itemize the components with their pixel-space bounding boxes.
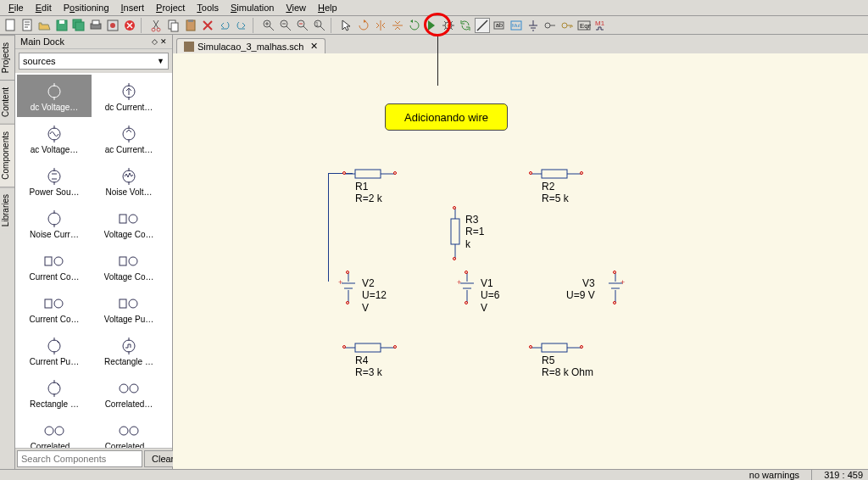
schematic-canvas[interactable]: Adicionando wire R1R=2 k R2R=5 k R xyxy=(173,53,868,469)
comp-dc-voltage[interactable]: dc Voltage… xyxy=(17,75,92,117)
equation-icon[interactable]: Eqn xyxy=(576,18,592,33)
comp-voltage-controlled[interactable]: Voltage Co… xyxy=(92,202,166,244)
resistor-r3[interactable]: R3R=1 k xyxy=(448,209,462,260)
category-label: sources xyxy=(23,56,56,66)
comp-ac-current[interactable]: ac Current… xyxy=(92,117,166,159)
comp-current-controlled-2[interactable]: Current Co… xyxy=(17,287,92,329)
cursor-icon[interactable] xyxy=(339,18,354,33)
tab-content[interactable]: Content xyxy=(0,80,14,124)
svg-rect-44 xyxy=(120,257,126,265)
menu-help[interactable]: Help xyxy=(313,2,342,14)
mirror-x-icon[interactable] xyxy=(373,18,388,33)
comp-rectangle-2[interactable]: Rectangle … xyxy=(17,371,92,414)
menu-simulation[interactable]: Simulation xyxy=(225,2,279,14)
export-icon[interactable] xyxy=(105,18,120,33)
comp-rectangle[interactable]: Rectangle … xyxy=(92,329,166,371)
zoom-reset-icon[interactable]: 1 xyxy=(312,18,327,33)
menu-project[interactable]: Project xyxy=(151,2,190,14)
tab-bar: Simulacao_3_malhas.sch ✕ xyxy=(173,35,868,53)
menu-insert[interactable]: Insert xyxy=(116,2,150,14)
zoom-in-icon[interactable] xyxy=(261,18,276,33)
separator xyxy=(811,470,812,480)
port-icon[interactable] xyxy=(542,18,558,33)
redo-icon[interactable] xyxy=(234,18,249,33)
print-icon[interactable] xyxy=(88,18,103,33)
pulse-icon[interactable]: M1 xyxy=(593,18,609,33)
cut-icon[interactable] xyxy=(149,18,164,33)
comp-noise-current[interactable]: Noise Curr… xyxy=(17,202,92,244)
comp-correlated-3[interactable]: Correlated… xyxy=(92,414,166,448)
copy-icon[interactable] xyxy=(166,18,181,33)
key-icon[interactable] xyxy=(559,18,575,33)
comp-noise-voltage[interactable]: Noise Volt… xyxy=(92,159,166,202)
rotate-icon[interactable] xyxy=(356,18,371,33)
save-icon[interactable] xyxy=(54,18,70,33)
comp-ac-voltage[interactable]: ac Voltage… xyxy=(17,117,92,159)
menu-tools[interactable]: Tools xyxy=(192,2,224,14)
close-icon[interactable] xyxy=(122,18,137,33)
label-icon[interactable]: ab xyxy=(492,18,507,33)
svg-point-55 xyxy=(45,427,53,435)
file-tab[interactable]: Simulacao_3_malhas.sch ✕ xyxy=(176,38,326,53)
comp-correlated[interactable]: Correlated… xyxy=(92,371,166,414)
search-input[interactable] xyxy=(17,450,142,467)
tab-components[interactable]: Components xyxy=(0,124,14,187)
delete-icon[interactable] xyxy=(200,18,215,33)
source-v2[interactable]: + V2U=12 V xyxy=(338,273,359,307)
tab-libraries[interactable]: Libraries xyxy=(0,187,14,233)
zoom-fit-icon[interactable] xyxy=(295,18,310,33)
svg-point-51 xyxy=(123,340,135,352)
tab-close-icon[interactable]: ✕ xyxy=(310,41,318,52)
source-v1[interactable]: + V1U=6 V xyxy=(457,273,477,307)
resistor-r5[interactable]: R5R=8 k Ohm xyxy=(531,341,593,379)
wire-segment[interactable] xyxy=(328,173,329,282)
menu-view[interactable]: View xyxy=(281,2,311,14)
mirror-y-icon[interactable] xyxy=(390,18,405,33)
menu-positioning[interactable]: Positioning xyxy=(58,2,114,14)
paste-icon[interactable] xyxy=(183,18,198,33)
resistor-r2[interactable]: R2R=5 k xyxy=(531,167,582,205)
comp-dc-current[interactable]: dc Current… xyxy=(92,75,166,117)
gear-icon[interactable] xyxy=(441,18,456,33)
svg-point-9 xyxy=(110,23,115,28)
comp-current-controlled[interactable]: Current Co… xyxy=(17,244,92,287)
text-tool-icon[interactable]: Mul xyxy=(509,18,524,33)
svg-point-39 xyxy=(48,213,60,225)
next-icon[interactable] xyxy=(424,18,439,33)
menu-file[interactable]: File xyxy=(3,2,29,14)
new-file-icon[interactable] xyxy=(3,18,19,33)
comp-voltage-controlled-2[interactable]: Voltage Co… xyxy=(92,244,166,287)
menu-edit[interactable]: Edit xyxy=(31,2,57,14)
dock-title-bar: Main Dock ◇ ✕ xyxy=(15,35,172,49)
open-icon[interactable] xyxy=(37,18,53,33)
main-dock: Main Dock ◇ ✕ sources ▼ dc Voltage… dc C… xyxy=(15,35,173,469)
new-text-icon[interactable] xyxy=(20,18,36,33)
refresh-icon[interactable] xyxy=(458,18,473,33)
component-grid[interactable]: dc Voltage… dc Current… ac Voltage… ac C… xyxy=(15,73,172,448)
wire-icon[interactable] xyxy=(475,18,490,33)
rotate-ccw-icon[interactable] xyxy=(407,18,422,33)
separator xyxy=(331,18,336,33)
ground-icon[interactable] xyxy=(526,18,541,33)
tab-projects[interactable]: Projects xyxy=(0,35,14,80)
resistor-r1[interactable]: R1R=2 k xyxy=(345,167,396,205)
svg-rect-61 xyxy=(451,219,459,244)
comp-current-pulse[interactable]: Current Pu… xyxy=(17,329,92,371)
comp-correlated-2[interactable]: Correlated… xyxy=(17,414,92,448)
save-all-icon[interactable] xyxy=(71,18,86,33)
undo-icon[interactable] xyxy=(217,18,232,33)
svg-rect-66 xyxy=(542,343,567,352)
svg-rect-16 xyxy=(188,20,193,22)
separator xyxy=(141,18,146,33)
zoom-out-icon[interactable] xyxy=(278,18,293,33)
dock-title-label: Main Dock xyxy=(20,36,64,47)
svg-point-53 xyxy=(120,384,128,393)
comp-power-source[interactable]: Power Sou… xyxy=(17,159,92,202)
component-category-select[interactable]: sources ▼ xyxy=(19,53,169,70)
resistor-r4[interactable]: R4R=3 k xyxy=(345,341,396,379)
dock-close-icon[interactable]: ◇ ✕ xyxy=(152,37,167,46)
comp-voltage-pulse[interactable]: Voltage Pu… xyxy=(92,287,166,329)
source-v3[interactable]: + V3U=9 V xyxy=(605,273,626,307)
svg-text:ab: ab xyxy=(496,22,503,28)
svg-text:Eqn: Eqn xyxy=(580,22,591,30)
